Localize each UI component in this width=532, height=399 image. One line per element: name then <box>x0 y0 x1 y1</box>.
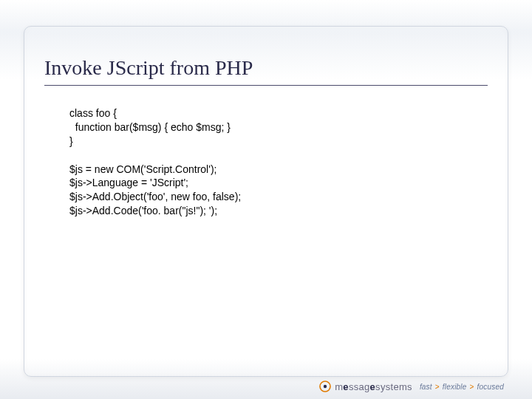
logo-seg-4: e <box>370 381 376 392</box>
logo-seg-2: e <box>343 381 349 392</box>
tagline-word-1: fast <box>420 383 432 391</box>
slide: Invoke JScript from PHP class foo { func… <box>0 0 532 399</box>
logo: messagesystems <box>319 381 412 392</box>
logo-mark-icon <box>319 381 331 392</box>
logo-seg-1: m <box>335 381 343 392</box>
tagline-word-2: flexible <box>443 383 467 391</box>
svg-point-1 <box>324 385 327 388</box>
logo-seg-5: systems <box>375 381 412 392</box>
tagline-word-3: focused <box>477 383 504 391</box>
logo-text: messagesystems <box>335 381 412 392</box>
tagline: fast > flexible > focused <box>420 383 504 391</box>
slide-title: Invoke JScript from PHP <box>44 56 488 80</box>
title-underline <box>44 85 488 86</box>
footer: messagesystems fast > flexible > focused <box>319 381 504 392</box>
chevron-right-icon: > <box>470 383 474 391</box>
logo-seg-3: ssag <box>349 381 370 392</box>
code-block: class foo { function bar($msg) { echo $m… <box>69 106 473 218</box>
chevron-right-icon: > <box>435 383 440 391</box>
